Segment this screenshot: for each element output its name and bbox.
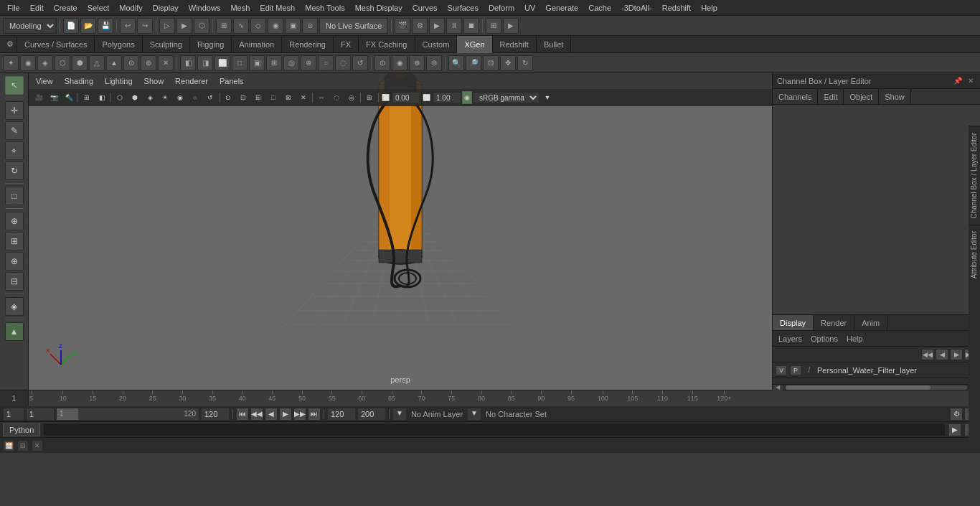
layer-opt-layers[interactable]: Layers	[776, 334, 805, 343]
tab-xgen[interactable]: XGen	[457, 36, 492, 53]
tab-polygons[interactable]: Polygons	[95, 36, 142, 53]
xgen-icon-7[interactable]: ▲	[106, 55, 122, 71]
vp-camera1-btn[interactable]: 🎥	[32, 91, 46, 104]
menu-mesh[interactable]: Mesh	[226, 2, 254, 14]
settings-cog-icon[interactable]: ⚙	[3, 36, 17, 53]
snap-tool-button[interactable]: ⊕	[5, 212, 24, 230]
tab-rigging[interactable]: Rigging	[190, 36, 232, 53]
menu-edit-mesh[interactable]: Edit Mesh	[255, 2, 299, 14]
live-surface-button[interactable]: No Live Surface	[319, 18, 388, 34]
tab-bullet[interactable]: Bullet	[537, 36, 572, 53]
select-by-component-button[interactable]: ⬡	[194, 18, 209, 34]
xgen-icon-15[interactable]: ▣	[249, 55, 265, 71]
paint-tool-button[interactable]: ✎	[5, 121, 24, 140]
menu-edit[interactable]: Edit	[26, 2, 48, 14]
move-tool-button[interactable]: ✛	[5, 101, 24, 120]
show-ui-button[interactable]: ⊞	[486, 18, 501, 34]
xgen-icon-2[interactable]: ◉	[20, 55, 36, 71]
save-scene-button[interactable]: 💾	[98, 18, 113, 34]
snap-view-button[interactable]: ◉	[268, 18, 283, 34]
rotate-tool-button[interactable]: ↻	[5, 161, 24, 180]
new-scene-button[interactable]: 📄	[63, 18, 79, 34]
menu-surfaces[interactable]: Surfaces	[443, 2, 483, 14]
xgen-icon-4[interactable]: ⬡	[55, 55, 70, 71]
vp-camera2-btn[interactable]: 📷	[47, 91, 61, 104]
layer-opt-help[interactable]: Help	[844, 334, 866, 343]
snap-grid-button[interactable]: ⊞	[216, 18, 232, 34]
select-by-object-button[interactable]: ▶	[176, 18, 192, 34]
goto-end-btn[interactable]: ⏭	[308, 408, 321, 421]
anim-layer-dropdown[interactable]: ▼	[392, 408, 407, 421]
end-frame-input[interactable]	[201, 408, 230, 421]
current-frame-input[interactable]	[26, 408, 55, 421]
vp-aa-btn[interactable]: ↺	[203, 91, 217, 104]
rect-select-button[interactable]: □	[5, 187, 24, 205]
anim-settings-btn[interactable]: ⚙	[950, 408, 963, 421]
channel-box-tab-show[interactable]: Show	[879, 89, 911, 104]
start-frame-input[interactable]	[3, 408, 24, 421]
xgen-icon-11[interactable]: ◧	[180, 55, 196, 71]
menu-mesh-display[interactable]: Mesh Display	[351, 2, 407, 14]
layer-scrollbar-track[interactable]	[786, 385, 967, 390]
vp-light-btn[interactable]: ☀	[158, 91, 172, 104]
tab-curves-surfaces[interactable]: Curves / Surfaces	[17, 36, 95, 53]
ipr-button[interactable]: ▶	[429, 18, 445, 34]
zoom-out-button[interactable]: 🔎	[466, 55, 481, 71]
channel-box-tab-channels[interactable]: Channels	[773, 89, 818, 104]
xgen-icon-9[interactable]: ⊕	[141, 55, 156, 71]
layer-scrollbar[interactable]: ◀ ▶	[773, 384, 980, 390]
play-back-btn[interactable]: ◀	[265, 408, 278, 421]
playback-end-input[interactable]	[327, 408, 356, 421]
xgen-icon-22[interactable]: ⊙	[374, 55, 390, 71]
channel-box-tab-object[interactable]: Object	[844, 89, 879, 104]
viewport-menu-shading[interactable]: Shading	[62, 77, 96, 85]
play-fwd-btn[interactable]: ▶	[279, 408, 292, 421]
menu-uv[interactable]: UV	[520, 2, 540, 14]
snap-surface-button[interactable]: ▣	[285, 18, 301, 34]
layer-playback-btn[interactable]: P	[790, 365, 801, 375]
viewport-menu-view[interactable]: View	[33, 77, 56, 85]
zoom-in-button[interactable]: 🔍	[448, 55, 464, 71]
layer-scroll-left-btn[interactable]: ◀	[773, 385, 783, 390]
max-frame-input[interactable]	[357, 408, 386, 421]
vp-measure-btn[interactable]: ↔	[314, 91, 329, 104]
tab-fx[interactable]: FX	[334, 36, 359, 53]
vp-isolate-btn[interactable]: ⊙	[221, 91, 235, 104]
make-live-button[interactable]: ⊙	[302, 18, 318, 34]
diamond-tool-button[interactable]: ◈	[5, 297, 24, 316]
menu-generate[interactable]: Generate	[541, 2, 583, 14]
vp-gamma-down-icon[interactable]: ▼	[540, 91, 555, 104]
vp-grid-btn[interactable]: ⊞	[80, 91, 94, 104]
xgen-icon-20[interactable]: ◌	[335, 55, 351, 71]
layer-tab-anim[interactable]: Anim	[854, 315, 887, 330]
window-restore-btn[interactable]: ⊟	[17, 440, 29, 451]
menu-deform[interactable]: Deform	[484, 2, 519, 14]
snap-curve-button[interactable]: ∿	[233, 18, 249, 34]
tab-fx-caching[interactable]: FX Caching	[359, 36, 415, 53]
step-back-btn[interactable]: ◀◀	[250, 408, 263, 421]
vp-display-btn[interactable]: ◧	[95, 91, 109, 104]
xgen-icon-5[interactable]: ⬢	[72, 55, 88, 71]
render-settings-button[interactable]: ⚙	[412, 18, 428, 34]
xgen-icon-14[interactable]: □	[232, 55, 248, 71]
vp-safe-btn[interactable]: □	[266, 91, 281, 104]
pause-render-button[interactable]: ⏸	[446, 18, 462, 34]
vp-ao-btn[interactable]: ○	[188, 91, 202, 104]
vp-gamma-icon[interactable]: ◉	[462, 91, 472, 104]
select-tool-button[interactable]: ↖	[5, 76, 24, 95]
layer-name-label[interactable]: Personal_Water_Filter_layer	[817, 366, 977, 375]
side-tab-attribute-editor[interactable]: Attribute Editor	[969, 225, 980, 284]
xgen-icon-24[interactable]: ⊕	[409, 55, 425, 71]
xgen-icon-6[interactable]: △	[89, 55, 105, 71]
view-cube-button[interactable]: ▲	[5, 322, 24, 341]
menu-curves[interactable]: Curves	[408, 2, 442, 14]
menu-display[interactable]: Display	[149, 2, 183, 14]
vp-value2-input[interactable]	[433, 92, 461, 103]
layer-prev-btn[interactable]: ◀	[936, 349, 948, 360]
xgen-icon-21[interactable]: ↺	[352, 55, 368, 71]
window-minimize-btn[interactable]: 🪟	[3, 440, 14, 451]
vp-grid-overlay-btn[interactable]: ⊠	[281, 91, 296, 104]
layer-opt-options[interactable]: Options	[808, 334, 841, 343]
tab-rendering[interactable]: Rendering	[282, 36, 334, 53]
mode-dropdown[interactable]: Modeling	[3, 18, 57, 34]
